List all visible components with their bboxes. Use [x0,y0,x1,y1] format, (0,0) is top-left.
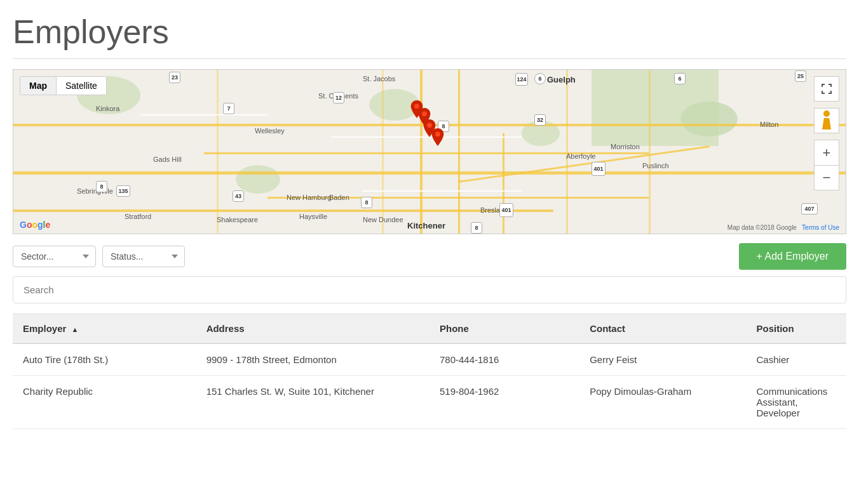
highway-badge-6: 6 [674,73,686,84]
employers-table: Employer ▲ Address Phone Contact Positio… [13,314,846,429]
person-head [823,110,830,117]
highway-circle-6: 6 [534,73,546,84]
employer-address-1: 151 Charles St. W, Suite 101, Kitchener [196,376,430,429]
map-label-haysville: Haysville [299,213,327,220]
employer-contact-0: Gerry Feist [579,343,746,376]
map-zoom-controls: + − [814,140,839,190]
map-attribution: Map data ©2018 Google Terms of Use [727,224,839,231]
google-logo-o2: o [32,220,37,230]
thin-road-3 [363,190,522,192]
highway-badge-401: 401 [592,162,605,176]
highway-badge-7: 7 [223,103,234,114]
map-pin-4[interactable] [431,128,444,146]
map-green-4 [236,165,280,194]
employer-phone-0: 780-444-1816 [430,343,579,376]
highway-badge-407: 407 [801,203,818,215]
map-label-shakespeare: Shakespeare [217,216,258,223]
map-label-stjacobs: St. Jacobs [363,75,395,83]
employer-name-1: Charity Republic [13,376,196,429]
employer-name-0: Auto Tire (178th St.) [13,343,196,376]
highway-badge-25: 25 [795,70,806,82]
road-v3 [382,70,384,234]
highway-badge-124: 124 [515,73,528,86]
person-body [822,118,831,129]
map-background: Guelph Kitchener Cambridge Kinkora Mitch… [13,70,846,234]
employer-position-0: Cashier [747,343,846,376]
col-header-employer-label: Employer [23,323,66,334]
employer-address-0: 9909 - 178th Street, Edmonton [196,343,430,376]
toolbar: Sector... Technology Healthcare Finance … [13,243,846,270]
highway-badge-23: 23 [169,72,180,83]
google-logo: Google [20,220,50,230]
map-label-newdundee: New Dundee [363,216,403,223]
page-container: Employers [0,0,859,504]
map-terms-link[interactable]: Terms of Use [802,224,839,231]
zoom-in-button[interactable]: + [814,140,839,165]
map-label-milton: Milton [760,121,778,128]
map-type-map-button[interactable]: Map [20,77,56,95]
road-v1 [420,70,423,234]
highway-badge-8e: 8 [471,222,482,234]
map-label-baden: Baden [329,194,349,201]
employer-contact-1: Popy Dimoulas-Graham [579,376,746,429]
road-h5 [13,209,553,212]
road-h3 [13,171,846,175]
map-green-6 [592,70,719,146]
road-v6 [649,70,651,234]
map-data-text: Map data ©2018 Google [727,224,797,231]
highway-badge-401b: 401 [499,203,513,217]
highway-badge-32: 32 [534,114,546,126]
add-employer-button[interactable]: + Add Employer [739,243,846,270]
sector-filter[interactable]: Sector... Technology Healthcare Finance … [13,246,96,267]
map-label-kinkora: Kinkora [96,105,119,112]
zoom-out-button[interactable]: − [814,165,839,190]
map-label-sebringville: Sebringville [77,187,113,195]
map-label-aberfoyle: Aberfoyle [566,152,595,160]
road-v7 [217,70,219,234]
highway-badge-8b: 8 [361,197,372,208]
map-fullscreen-button[interactable] [814,76,839,102]
col-header-contact: Contact [579,314,746,344]
employer-phone-1: 519-804-1962 [430,376,579,429]
map-label-morriston: Morriston [611,143,640,150]
road-v4 [503,133,504,234]
col-header-address: Address [196,314,430,344]
highway-badge-43: 43 [233,190,244,202]
google-logo-e: e [45,220,50,230]
svg-point-1 [422,111,427,116]
road-v2 [458,70,460,234]
map-label-stratford: Stratford [125,213,151,220]
page-title: Employers [13,13,846,59]
map-type-satellite-button[interactable]: Satellite [57,77,106,95]
table-header-row: Employer ▲ Address Phone Contact Positio… [13,314,846,344]
search-input[interactable] [13,276,846,303]
highway-badge-8c: 8 [96,181,107,192]
google-logo-g2: g [37,220,43,230]
map-label-badenhamburg: New Hamburg [287,194,331,201]
col-header-position: Position [747,314,846,344]
table-row[interactable]: Auto Tire (178th St.) 9909 - 178th Stree… [13,343,846,376]
map-label-guelph: Guelph [547,75,576,84]
map-label-puslinch: Puslinch [642,162,669,169]
map-container: Guelph Kitchener Cambridge Kinkora Mitch… [13,69,846,234]
road-diag1 [458,145,710,183]
table-body: Auto Tire (178th St.) 9909 - 178th Stree… [13,343,846,429]
col-header-employer[interactable]: Employer ▲ [13,314,196,344]
highway-badge-12: 12 [333,92,344,103]
map-streetview-button[interactable] [814,108,839,133]
table-header: Employer ▲ Address Phone Contact Positio… [13,314,846,344]
thin-road-2 [140,114,267,116]
map-type-toggle: Map Satellite [20,76,107,95]
sort-arrow-employer: ▲ [72,326,79,333]
highway-badge-135: 135 [116,185,130,197]
employer-position-1: Communications Assistant, Developer [747,376,846,429]
status-filter[interactable]: Status... Active Inactive Pending [102,246,185,267]
google-logo-g: G [20,220,27,230]
map-label-gadshill: Gads Hill [153,156,182,163]
svg-point-2 [427,123,432,128]
map-label-wellesley: Wellesley [255,127,285,135]
road-v5 [566,70,568,234]
table-row[interactable]: Charity Republic 151 Charles St. W, Suit… [13,376,846,429]
person-icon [820,110,833,131]
map-label-kitchener: Kitchener [407,221,445,230]
